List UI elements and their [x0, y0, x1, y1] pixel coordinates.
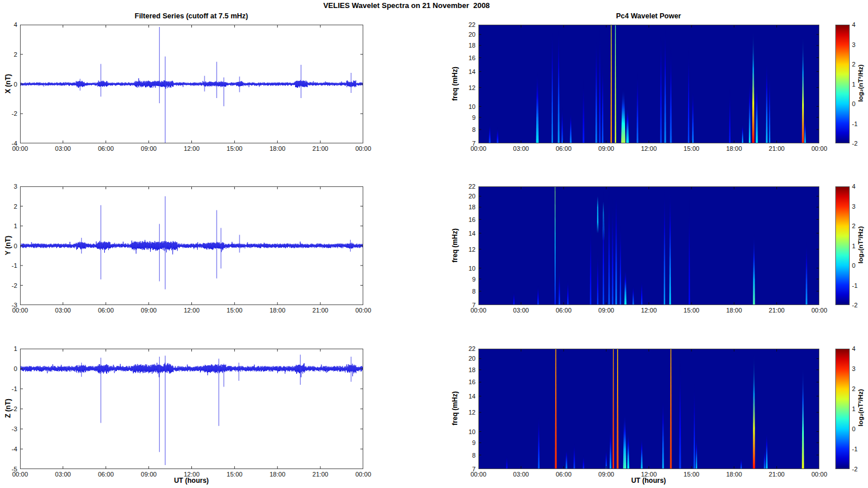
tick-label: 09:00 [133, 471, 165, 478]
tick-label: -1 [852, 120, 867, 127]
tick-label: 03:00 [47, 307, 79, 314]
tick-label: 00:00 [803, 145, 835, 152]
tick-label: 15:00 [218, 145, 250, 152]
tick-label: 4 [852, 345, 867, 352]
tick-label: 14 [453, 393, 476, 400]
tick-label: 15:00 [218, 471, 250, 478]
tick-label: 00:00 [803, 307, 835, 314]
tick-label: 21:00 [761, 471, 793, 478]
tick-label: 18 [453, 366, 476, 373]
tick-label: 20 [453, 31, 476, 38]
tick-label: 2 [0, 51, 17, 58]
tick-label: 21:00 [761, 145, 793, 152]
tick-label: 12:00 [176, 145, 208, 152]
tick-label: 0 [852, 425, 867, 432]
figure-title: VELIES Wavelet Spectra on 21 November 20… [0, 1, 813, 10]
tick-label: 12:00 [176, 471, 208, 478]
colorbar [835, 25, 850, 143]
spectrogram-canvas [478, 186, 819, 305]
tick-label: -2 [852, 466, 867, 473]
tick-label: 12 [453, 246, 476, 253]
tick-label: 12:00 [633, 145, 665, 152]
tick-label: 10 [453, 428, 476, 435]
tick-label: 06:00 [548, 307, 580, 314]
z-series-plot [20, 349, 363, 469]
tick-label: 4 [852, 183, 867, 190]
series-canvas [20, 186, 363, 305]
tick-label: 03:00 [505, 307, 537, 314]
tick-label: -4 [0, 446, 17, 452]
tick-label: 16 [453, 216, 476, 223]
tick-label: 00:00 [4, 471, 36, 478]
ut-hours-label: UT (hours) [134, 477, 249, 485]
tick-label: 00:00 [462, 307, 494, 314]
tick-label: 22 [453, 183, 476, 190]
tick-label: 18:00 [718, 307, 750, 314]
tick-label: 0 [0, 81, 17, 88]
tick-label: 12:00 [176, 307, 208, 314]
tick-label: 00:00 [347, 471, 379, 478]
tick-label: 0 [852, 100, 867, 107]
tick-label: 1 [0, 222, 17, 229]
tick-label: 22 [453, 345, 476, 352]
tick-label: 06:00 [90, 145, 122, 152]
tick-label: 1 [852, 243, 867, 249]
tick-label: 15:00 [675, 471, 708, 478]
tick-label: 00:00 [4, 307, 36, 314]
tick-label: 21:00 [761, 307, 793, 314]
tick-label: -1 [0, 385, 17, 392]
tick-label: 15:00 [218, 307, 250, 314]
tick-label: 06:00 [90, 307, 122, 314]
tick-label: 8 [453, 452, 476, 459]
tick-label: 16 [453, 378, 476, 385]
tick-label: 03:00 [505, 145, 537, 152]
tick-label: -2 [0, 282, 17, 289]
tick-label: -2 [0, 405, 17, 412]
tick-label: 2 [0, 203, 17, 210]
tick-label: 12 [453, 409, 476, 416]
wavelet-spectra-figure: VELIES Wavelet Spectra on 21 November 20… [0, 0, 868, 488]
tick-label: 4 [852, 21, 867, 28]
tick-label: 00:00 [462, 471, 494, 478]
tick-label: 09:00 [133, 145, 165, 152]
tick-label: 15:00 [675, 145, 708, 152]
tick-label: -2 [852, 302, 867, 309]
tick-label: 00:00 [347, 307, 379, 314]
tick-label: 3 [852, 365, 867, 372]
tick-label: 21:00 [304, 145, 336, 152]
tick-label: 14 [453, 230, 476, 237]
tick-label: 10 [453, 103, 476, 110]
tick-label: 0 [852, 262, 867, 269]
tick-label: 2 [852, 222, 867, 229]
tick-label: 06:00 [548, 471, 580, 478]
tick-label: 3 [0, 183, 17, 190]
tick-label: 09:00 [590, 145, 622, 152]
tick-label: 8 [453, 126, 476, 133]
tick-label: 03:00 [47, 471, 79, 478]
tick-label: -1 [0, 262, 17, 269]
tick-label: 10 [453, 265, 476, 272]
tick-label: 2 [852, 385, 867, 392]
tick-label: -1 [852, 282, 867, 289]
filtered-series-title: Filtered Series (cutoff at 7.5 mHz) [71, 12, 312, 20]
tick-label: 1 [852, 81, 867, 88]
tick-label: 12 [453, 84, 476, 91]
ut-hours-label: UT (hours) [591, 477, 706, 485]
tick-label: 14 [453, 68, 476, 75]
tick-label: 3 [852, 203, 867, 210]
tick-label: 15:00 [675, 307, 708, 314]
tick-label: 18:00 [718, 145, 750, 152]
tick-label: 03:00 [47, 145, 79, 152]
tick-label: 00:00 [347, 145, 379, 152]
y-series-plot [20, 186, 363, 305]
tick-label: 09:00 [133, 307, 165, 314]
tick-label: 21:00 [304, 471, 336, 478]
x-series-plot [20, 25, 363, 143]
tick-label: -2 [0, 110, 17, 117]
spectrogram-canvas [478, 349, 819, 469]
tick-label: 00:00 [462, 145, 494, 152]
x-wavelet-spectrogram [478, 25, 819, 143]
tick-label: 03:00 [505, 471, 537, 478]
tick-label: 9 [453, 276, 476, 283]
tick-label: -1 [852, 446, 867, 452]
